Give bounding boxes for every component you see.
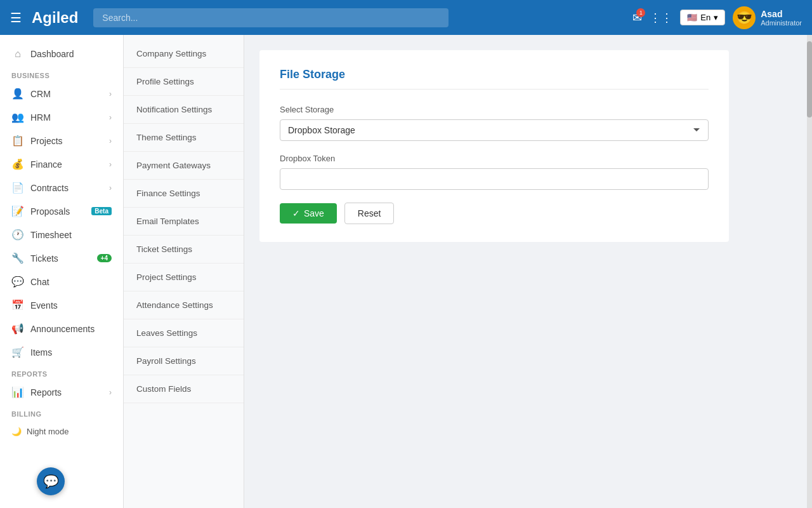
sidebar-label-reports: Reports xyxy=(30,387,103,398)
sidebar-label-contracts: Contracts xyxy=(30,183,103,193)
notification-settings-label: Notification Settings xyxy=(136,105,212,114)
settings-item-profile[interactable]: Profile Settings xyxy=(124,68,244,96)
settings-item-custom-fields[interactable]: Custom Fields xyxy=(124,375,244,403)
sidebar-label-chat: Chat xyxy=(30,277,112,287)
dropbox-token-input[interactable] xyxy=(280,168,709,190)
avatar: 😎 xyxy=(733,6,756,29)
settings-item-payroll[interactable]: Payroll Settings xyxy=(124,347,244,375)
chat-bubble-icon: 💬 xyxy=(43,474,59,489)
sidebar-label-hrm: HRM xyxy=(30,112,103,123)
events-icon: 📅 xyxy=(11,299,24,311)
check-icon: ✓ xyxy=(292,208,300,218)
crm-icon: 👤 xyxy=(11,88,24,100)
form-actions: ✓ Save Reset xyxy=(280,203,709,224)
arrow-icon: › xyxy=(109,113,112,122)
custom-fields-label: Custom Fields xyxy=(136,384,191,394)
sidebar-item-contracts[interactable]: 📄 Contracts › xyxy=(0,176,123,199)
moon-icon: 🌙 xyxy=(11,427,22,436)
sidebar-item-reports[interactable]: 📊 Reports › xyxy=(0,380,123,404)
timesheet-icon: 🕐 xyxy=(11,229,24,241)
arrow-icon: › xyxy=(109,160,112,169)
hrm-icon: 👥 xyxy=(11,111,24,123)
select-storage-label: Select Storage xyxy=(280,105,709,114)
sidebar-item-events[interactable]: 📅 Events xyxy=(0,293,123,317)
announcements-icon: 📢 xyxy=(11,323,24,335)
settings-item-email[interactable]: Email Templates xyxy=(124,208,244,236)
sidebar-item-hrm[interactable]: 👥 HRM › xyxy=(0,105,123,129)
arrow-icon: › xyxy=(109,184,112,192)
sidebar-item-timesheet[interactable]: 🕐 Timesheet xyxy=(0,223,123,246)
sidebar-item-items[interactable]: 🛒 Items xyxy=(0,340,123,364)
select-storage-group: Select Storage Dropbox Storage Local Sto… xyxy=(280,105,709,141)
profile-settings-label: Profile Settings xyxy=(136,77,194,86)
sidebar-item-tickets[interactable]: 🔧 Tickets +4 xyxy=(0,246,123,270)
night-mode-label: Night mode xyxy=(27,427,69,436)
sidebar-item-announcements[interactable]: 📢 Announcements xyxy=(0,317,123,340)
sidebar-label-dashboard: Dashboard xyxy=(30,49,112,59)
user-menu[interactable]: 😎 Asad Administrator xyxy=(733,6,802,29)
ticket-settings-label: Ticket Settings xyxy=(136,244,192,254)
settings-item-attendance[interactable]: Attendance Settings xyxy=(124,291,244,319)
chat-bubble[interactable]: 💬 xyxy=(37,467,65,495)
user-role: Administrator xyxy=(761,19,802,27)
lang-chevron-icon: ▾ xyxy=(714,13,718,22)
sidebar-item-dashboard[interactable]: ⌂ Dashboard xyxy=(0,43,123,65)
projects-icon: 📋 xyxy=(11,135,24,147)
contracts-icon: 📄 xyxy=(11,182,24,194)
reset-button[interactable]: Reset xyxy=(344,203,395,224)
arrow-icon: › xyxy=(109,90,112,98)
menu-icon[interactable]: ☰ xyxy=(10,10,22,25)
content-area: File Storage Select Storage Dropbox Stor… xyxy=(244,35,807,508)
sidebar-item-finance[interactable]: 💰 Finance › xyxy=(0,152,123,176)
night-mode-toggle[interactable]: 🌙 Night mode xyxy=(0,420,123,443)
finance-icon: 💰 xyxy=(11,158,24,170)
scrollbar[interactable] xyxy=(807,35,812,508)
tickets-badge: +4 xyxy=(97,254,112,262)
user-details: Asad Administrator xyxy=(761,9,802,27)
page-title: File Storage xyxy=(280,68,709,90)
sidebar-label-projects: Projects xyxy=(30,136,103,146)
dropbox-token-group: Dropbox Token xyxy=(280,154,709,190)
settings-item-leaves[interactable]: Leaves Settings xyxy=(124,319,244,347)
sidebar-item-crm[interactable]: 👤 CRM › xyxy=(0,82,123,105)
section-title-business: BUSINESS xyxy=(0,65,123,82)
settings-item-finance[interactable]: Finance Settings xyxy=(124,180,244,208)
proposals-icon: 📝 xyxy=(11,205,24,217)
sidebar-item-projects[interactable]: 📋 Projects › xyxy=(0,129,123,152)
sidebar-label-crm: CRM xyxy=(30,89,103,99)
search-input[interactable] xyxy=(93,8,449,27)
settings-item-notification[interactable]: Notification Settings xyxy=(124,96,244,124)
language-selector[interactable]: 🇺🇸 En ▾ xyxy=(680,10,725,25)
sidebar-label-announcements: Announcements xyxy=(30,324,112,334)
header: ☰ Agiled ✉ 1 ⋮⋮ 🇺🇸 En ▾ 😎 Asad Administr… xyxy=(0,0,812,35)
settings-item-project[interactable]: Project Settings xyxy=(124,264,244,291)
items-icon: 🛒 xyxy=(11,346,24,358)
storage-select[interactable]: Dropbox Storage Local Storage Amazon S3 xyxy=(280,119,709,141)
arrow-icon: › xyxy=(109,388,112,397)
notification-icon[interactable]: ✉ 1 xyxy=(632,11,642,25)
project-settings-label: Project Settings xyxy=(136,272,197,282)
attendance-settings-label: Attendance Settings xyxy=(136,300,213,310)
save-label: Save xyxy=(304,208,324,218)
save-button[interactable]: ✓ Save xyxy=(280,203,337,224)
apps-icon[interactable]: ⋮⋮ xyxy=(650,11,672,25)
tickets-icon: 🔧 xyxy=(11,252,24,264)
sidebar-label-tickets: Tickets xyxy=(30,253,91,264)
scrollbar-thumb xyxy=(807,41,812,117)
settings-item-ticket[interactable]: Ticket Settings xyxy=(124,236,244,264)
reports-icon: 📊 xyxy=(11,386,24,398)
company-settings-label: Company Settings xyxy=(136,49,206,58)
settings-item-payment[interactable]: Payment Gateways xyxy=(124,152,244,180)
settings-item-theme[interactable]: Theme Settings xyxy=(124,124,244,152)
leaves-settings-label: Leaves Settings xyxy=(136,328,197,338)
sidebar-item-chat[interactable]: 💬 Chat xyxy=(0,270,123,293)
settings-item-company[interactable]: Company Settings xyxy=(124,40,244,68)
sidebar-label-timesheet: Timesheet xyxy=(30,230,112,240)
flag-icon: 🇺🇸 xyxy=(687,13,697,22)
sidebar: ⌂ Dashboard BUSINESS 👤 CRM › 👥 HRM › 📋 P… xyxy=(0,35,124,508)
sidebar-label-events: Events xyxy=(30,300,112,311)
main-layout: ⌂ Dashboard BUSINESS 👤 CRM › 👥 HRM › 📋 P… xyxy=(0,35,812,508)
sidebar-item-proposals[interactable]: 📝 Proposals Beta xyxy=(0,199,123,223)
settings-sidebar: Company Settings Profile Settings Notifi… xyxy=(124,35,244,508)
beta-badge: Beta xyxy=(91,207,112,215)
